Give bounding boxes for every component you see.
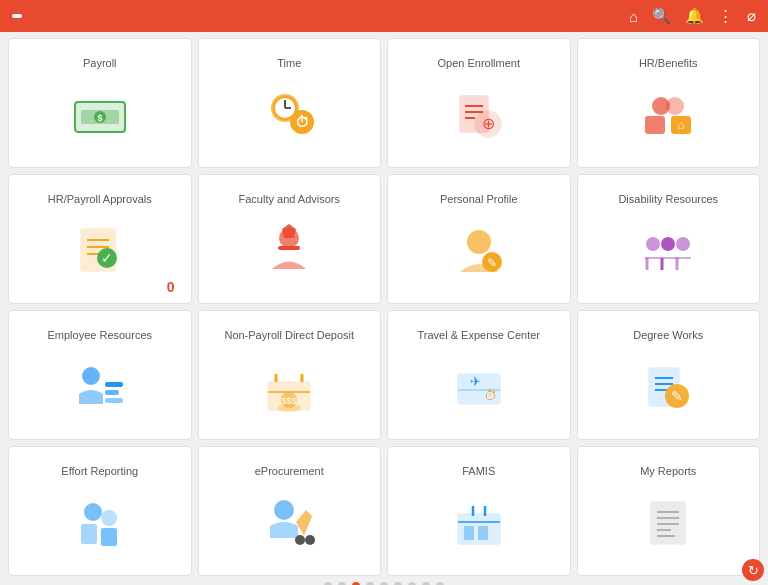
svg-point-61: [305, 535, 315, 545]
tile-icon-time: ⏱: [259, 85, 319, 145]
tile-icon-personal-profile: ✎: [449, 221, 509, 281]
tile-employee-resources[interactable]: Employee Resources: [8, 310, 192, 440]
tile-title-employee-resources: Employee Resources: [47, 321, 152, 349]
tile-my-reports[interactable]: My Reports: [577, 446, 761, 576]
bell-icon[interactable]: 🔔: [685, 7, 704, 25]
block-icon[interactable]: ⌀: [747, 7, 756, 25]
svg-point-18: [666, 97, 684, 115]
tile-title-faculty-advisors: Faculty and Advisors: [239, 185, 341, 213]
svg-text:✎: ✎: [671, 388, 683, 404]
pagination: [8, 576, 760, 585]
main-content: Payroll $ Time ⏱ Open Enrollment ⊕ HR/Be…: [0, 32, 768, 585]
svg-point-44: [277, 404, 301, 412]
tile-badge-hr-payroll-approvals: 0: [167, 279, 175, 295]
tile-icon-hr-payroll-approvals: ✓: [70, 221, 130, 281]
svg-text:⌂: ⌂: [678, 118, 685, 132]
svg-point-36: [676, 237, 690, 251]
tile-faculty-advisors[interactable]: Faculty and Advisors: [198, 174, 382, 304]
tile-time[interactable]: Time ⏱: [198, 38, 382, 168]
tile-title-payroll: Payroll: [83, 49, 117, 77]
tile-hr-payroll-approvals[interactable]: HR/Payroll Approvals ✓ 0: [8, 174, 192, 304]
tile-eprocurement[interactable]: eProcurement: [198, 446, 382, 576]
tile-hr-benefits[interactable]: HR/Benefits ⌂: [577, 38, 761, 168]
tile-effort-reporting[interactable]: Effort Reporting: [8, 446, 192, 576]
svg-text:⊕: ⊕: [481, 115, 494, 132]
tile-disability-resources[interactable]: Disability Resources: [577, 174, 761, 304]
svg-text:$: $: [97, 113, 102, 123]
search-icon[interactable]: 🔍: [652, 7, 671, 25]
svg-rect-56: [81, 524, 97, 544]
tile-travel-expense[interactable]: Travel & Expense Center ✈ ⏱: [387, 310, 571, 440]
tile-icon-disability-resources: [638, 221, 698, 281]
svg-rect-39: [105, 390, 119, 395]
svg-rect-58: [101, 528, 117, 546]
svg-rect-68: [651, 502, 685, 544]
svg-point-59: [274, 500, 294, 520]
university-logo: [12, 14, 22, 18]
tile-title-hr-payroll-approvals: HR/Payroll Approvals: [48, 185, 152, 213]
app-header: ⌂ 🔍 🔔 ⋮ ⌀: [0, 0, 768, 32]
tile-icon-travel-expense: ✈ ⏱: [449, 357, 509, 417]
tile-title-hr-benefits: HR/Benefits: [639, 49, 698, 77]
tile-icon-employee-resources: [70, 357, 130, 417]
svg-point-31: [467, 230, 491, 254]
tile-icon-my-reports: [638, 493, 698, 553]
tile-icon-payroll: $: [70, 85, 130, 145]
tile-icon-hr-benefits: ⌂: [638, 85, 698, 145]
tile-icon-non-payroll-direct-deposit: $$$: [259, 357, 319, 417]
tile-title-time: Time: [277, 49, 301, 77]
tile-payroll[interactable]: Payroll $: [8, 38, 192, 168]
header-right: ⌂ 🔍 🔔 ⋮ ⌀: [629, 7, 756, 25]
tile-title-travel-expense: Travel & Expense Center: [418, 321, 540, 349]
svg-rect-64: [464, 526, 474, 540]
tile-title-non-payroll-direct-deposit: Non-Payroll Direct Deposit: [224, 321, 354, 349]
svg-rect-65: [478, 526, 488, 540]
svg-point-34: [646, 237, 660, 251]
svg-rect-19: [645, 116, 665, 134]
tile-icon-open-enrollment: ⊕: [449, 85, 509, 145]
tile-title-my-reports: My Reports: [640, 457, 696, 485]
svg-point-35: [661, 237, 675, 251]
tile-icon-eprocurement: [259, 493, 319, 553]
svg-rect-40: [105, 398, 123, 403]
tile-degree-works[interactable]: Degree Works ✎: [577, 310, 761, 440]
tile-title-eprocurement: eProcurement: [255, 457, 324, 485]
svg-point-55: [84, 503, 102, 521]
tile-title-open-enrollment: Open Enrollment: [437, 49, 520, 77]
tile-personal-profile[interactable]: Personal Profile ✎: [387, 174, 571, 304]
tile-title-degree-works: Degree Works: [633, 321, 703, 349]
tile-title-effort-reporting: Effort Reporting: [61, 457, 138, 485]
tile-icon-effort-reporting: [70, 493, 130, 553]
svg-text:✈: ✈: [470, 374, 481, 389]
tile-non-payroll-direct-deposit[interactable]: Non-Payroll Direct Deposit $$$: [198, 310, 382, 440]
svg-rect-29: [278, 246, 300, 250]
tile-title-famis: FAMIS: [462, 457, 495, 485]
header-left: [12, 14, 46, 18]
refresh-button[interactable]: ↻: [742, 559, 764, 581]
svg-rect-38: [105, 382, 123, 387]
svg-point-57: [101, 510, 117, 526]
tiles-grid: Payroll $ Time ⏱ Open Enrollment ⊕ HR/Be…: [8, 38, 760, 576]
svg-text:✓: ✓: [101, 250, 113, 266]
tile-open-enrollment[interactable]: Open Enrollment ⊕: [387, 38, 571, 168]
svg-text:✎: ✎: [487, 256, 497, 270]
tile-title-personal-profile: Personal Profile: [440, 185, 518, 213]
svg-marker-30: [282, 224, 296, 238]
tile-famis[interactable]: FAMIS: [387, 446, 571, 576]
svg-point-37: [82, 367, 100, 385]
home-icon[interactable]: ⌂: [629, 8, 638, 25]
svg-text:⏱: ⏱: [295, 114, 309, 130]
tile-icon-degree-works: ✎: [638, 357, 698, 417]
tile-icon-famis: [449, 493, 509, 553]
svg-point-60: [295, 535, 305, 545]
more-options-icon[interactable]: ⋮: [718, 7, 733, 25]
tile-title-disability-resources: Disability Resources: [618, 185, 718, 213]
tile-icon-faculty-advisors: [259, 221, 319, 281]
